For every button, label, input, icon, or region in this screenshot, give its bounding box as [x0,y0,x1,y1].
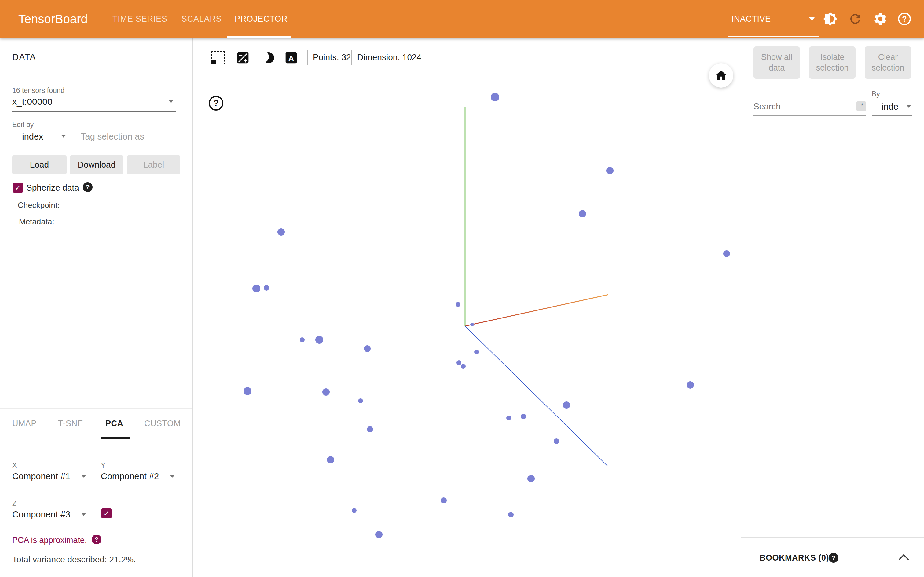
data-point[interactable] [508,512,514,517]
data-point[interactable] [456,302,460,307]
data-point[interactable] [521,414,526,419]
data-point[interactable] [315,336,323,344]
spherize-checkbox[interactable]: ✓ [13,182,23,193]
chevron-down-icon[interactable] [809,18,815,21]
data-point[interactable] [252,285,260,292]
data-point[interactable] [375,531,383,538]
settings-gear-icon[interactable] [873,11,888,26]
data-point[interactable] [461,364,466,369]
component-z-select[interactable]: Component #3 [12,508,70,521]
divider [0,408,192,409]
data-point[interactable] [300,337,305,342]
data-point[interactable] [527,475,535,482]
edit-by-select[interactable]: __index__ [12,130,53,143]
tab-projector[interactable]: PROJECTOR [235,0,288,38]
labels-icon[interactable]: A [284,51,298,64]
data-point[interactable] [491,93,499,102]
regex-toggle[interactable]: .* [856,102,866,111]
component-x-select[interactable]: Component #1 [12,469,70,483]
chevron-down-icon[interactable] [169,100,174,103]
download-button[interactable]: Download [70,155,123,174]
data-point[interactable] [554,438,559,444]
tab-pca[interactable]: PCA [105,416,123,431]
underline [12,524,92,524]
search-input[interactable] [753,98,855,115]
data-point[interactable] [352,508,357,513]
show-all-data-button: Show all data [753,47,800,79]
z-axis-label: Z [12,500,16,508]
pca-approximate-note: PCA is approximate. [12,535,87,545]
underline [12,144,74,144]
tensor-select[interactable]: x_t:00000 [12,95,53,108]
data-point[interactable] [606,167,614,174]
selection-box-icon[interactable] [212,51,225,64]
tab-tsne[interactable]: T-SNE [58,416,83,431]
chevron-down-icon[interactable] [906,105,911,108]
data-panel: DATA 16 tensors found x_t:00000 Edit by … [0,38,193,577]
data-point[interactable] [364,345,371,352]
tab-scalars[interactable]: SCALARS [181,0,222,38]
reset-view-button[interactable] [709,63,733,88]
svg-text:A: A [288,54,294,62]
search-by-select[interactable]: __inde [872,98,898,115]
z-enabled-checkbox[interactable]: ✓ [102,508,111,518]
data-point[interactable] [327,456,334,463]
divider [307,50,308,65]
data-point[interactable] [579,210,586,218]
load-button[interactable]: Load [12,155,66,174]
variance-note: Total variance described: 21.2%. [12,555,136,564]
canvas-help-icon[interactable]: ? [209,96,223,111]
spherize-label: Spherize data [26,182,79,193]
exposure-icon[interactable] [236,51,250,64]
help-icon[interactable]: ? [829,553,838,562]
clear-selection-button: Clear selection [865,47,911,79]
tag-selection-input[interactable] [81,130,178,143]
tab-time-series[interactable]: TIME SERIES [112,0,168,38]
chevron-down-icon[interactable] [61,135,66,138]
tab-custom[interactable]: CUSTOM [144,416,181,431]
data-point[interactable] [563,401,570,409]
component-y-select[interactable]: Component #2 [101,469,159,483]
chevron-down-icon[interactable] [81,475,86,478]
underline [753,115,866,116]
canvas-toolbar: A Points: 32 Dimension: 1024 [193,38,741,76]
app-navbar: TensorBoard TIME SERIES SCALARS PROJECTO… [0,0,924,38]
projection-scatter[interactable] [193,38,741,577]
chevron-down-icon[interactable] [170,475,175,478]
help-icon[interactable]: ? [897,11,912,26]
dimension-count: Dimension: 1024 [357,38,422,76]
run-status-dropdown[interactable]: INACTIVE [732,0,771,38]
x-axis-label: X [12,461,17,469]
isolate-selection-button: Isolate selection [809,47,856,79]
refresh-icon[interactable] [848,11,863,26]
night-mode-icon[interactable] [261,51,275,64]
data-point[interactable] [244,387,252,395]
data-point[interactable] [441,497,447,503]
data-point[interactable] [457,360,461,365]
y-axis-label: Y [101,461,105,469]
tab-umap[interactable]: UMAP [12,416,37,431]
x-axis [465,295,608,326]
data-point[interactable] [474,350,479,355]
chevron-down-icon[interactable] [81,513,86,516]
data-point[interactable] [687,381,694,388]
z-axis [465,326,608,466]
data-point[interactable] [367,426,373,432]
active-proj-tab-underline [101,437,129,439]
data-point[interactable] [264,285,269,291]
help-icon[interactable]: ? [92,535,102,544]
data-point[interactable] [723,250,730,257]
data-point[interactable] [470,323,474,326]
status-underline [729,36,819,37]
projection-canvas: A Points: 32 Dimension: 1024 ? [193,38,741,577]
edit-by-label: Edit by [12,121,34,129]
data-point[interactable] [358,398,363,403]
data-point[interactable] [278,228,285,236]
brightness-icon[interactable] [823,11,838,26]
help-icon[interactable]: ? [83,182,92,192]
data-point[interactable] [506,416,511,421]
points-count: Points: 32 [313,38,351,76]
data-point[interactable] [322,388,330,396]
chevron-up-icon[interactable] [899,554,909,564]
divider [351,50,352,65]
